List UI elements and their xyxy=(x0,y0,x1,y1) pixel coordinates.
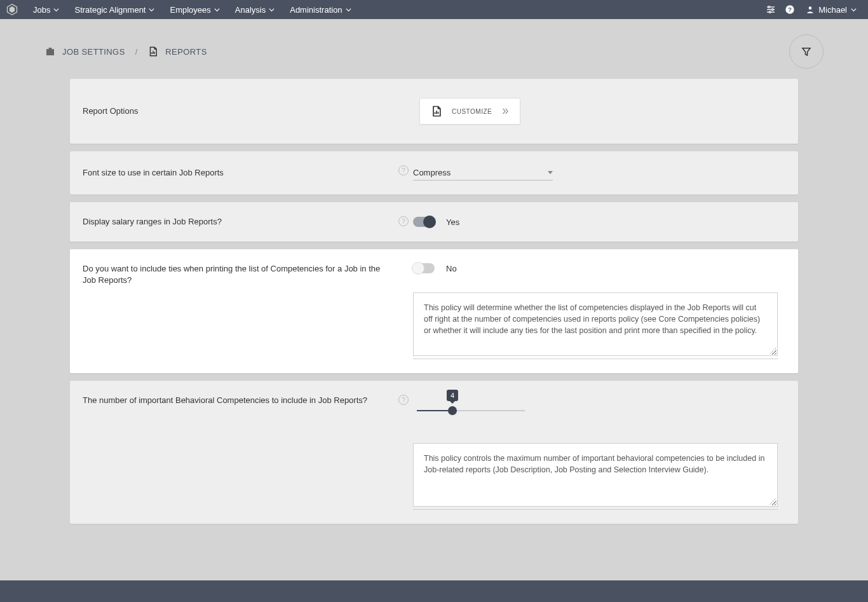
select-value: Compress xyxy=(413,168,451,177)
nav-administration[interactable]: Administration xyxy=(282,0,358,19)
svg-point-6 xyxy=(772,9,774,11)
slider-track xyxy=(417,410,525,411)
include-ties-toggle[interactable] xyxy=(413,263,435,273)
behavioral-count-description[interactable]: This policy controls the maximum number … xyxy=(413,443,778,507)
chevron-down-icon xyxy=(269,7,275,13)
card-behavioral-count: The number of important Behavioral Compe… xyxy=(70,381,798,524)
nav-label: Jobs xyxy=(33,5,50,15)
customize-label: CUSTOMIZE xyxy=(452,108,492,115)
user-icon xyxy=(806,5,815,14)
slider-value-bubble: 4 xyxy=(447,390,458,401)
svg-point-10 xyxy=(809,6,812,10)
app-logo xyxy=(5,3,19,17)
nav-strategic-alignment[interactable]: Strategic Alignment xyxy=(67,0,162,19)
card-report-options: Report Options CUSTOMIZE xyxy=(70,79,798,144)
breadcrumb-label: JOB SETTINGS xyxy=(62,47,125,57)
nav-jobs[interactable]: Jobs xyxy=(25,0,67,19)
svg-point-5 xyxy=(768,6,770,8)
breadcrumb-job-settings[interactable]: JOB SETTINGS xyxy=(44,46,125,57)
nav-label: Employees xyxy=(170,5,210,15)
nav-left: Jobs Strategic Alignment Employees Analy… xyxy=(25,0,359,19)
card-label: Do you want to include ties when printin… xyxy=(83,263,381,286)
svg-point-7 xyxy=(770,11,771,13)
briefcase-icon xyxy=(44,46,56,57)
report-icon xyxy=(430,105,443,118)
nav-analysis[interactable]: Analysis xyxy=(227,0,282,19)
chevron-down-icon xyxy=(149,7,154,13)
top-nav: Jobs Strategic Alignment Employees Analy… xyxy=(0,0,868,19)
chevron-down-icon xyxy=(851,7,857,13)
nav-employees[interactable]: Employees xyxy=(162,0,227,19)
include-ties-description[interactable]: This policy will determine whether the l… xyxy=(413,292,778,356)
toggle-value: Yes xyxy=(446,217,459,227)
help-tooltip-icon[interactable]: ? xyxy=(398,216,409,226)
svg-text:?: ? xyxy=(788,6,792,13)
card-label: Report Options xyxy=(83,106,138,117)
chevron-down-icon xyxy=(548,171,553,174)
nav-label: Analysis xyxy=(235,5,266,15)
font-size-select[interactable]: Compress xyxy=(413,165,553,181)
slider-fill xyxy=(417,410,452,411)
settings-sliders-icon[interactable] xyxy=(761,0,780,19)
help-icon[interactable]: ? xyxy=(780,0,799,19)
card-include-ties: Do you want to include ties when printin… xyxy=(70,249,798,373)
breadcrumb-label: REPORTS xyxy=(165,47,207,57)
report-icon xyxy=(147,46,159,57)
breadcrumb-reports[interactable]: REPORTS xyxy=(147,46,207,57)
underline xyxy=(413,359,778,359)
card-label: The number of important Behavioral Compe… xyxy=(83,395,367,406)
card-display-salary: Display salary ranges in Job Reports? ? … xyxy=(70,202,798,242)
card-font-size: Font size to use in certain Job Reports … xyxy=(70,151,798,195)
card-label: Font size to use in certain Job Reports xyxy=(83,167,224,179)
toggle-value: No xyxy=(446,264,457,273)
card-label: Display salary ranges in Job Reports? xyxy=(83,216,222,228)
footer-bar xyxy=(0,580,868,602)
chevron-down-icon xyxy=(346,7,351,13)
behavioral-count-slider[interactable]: 4 xyxy=(417,410,525,411)
help-tooltip-icon[interactable]: ? xyxy=(398,395,409,405)
user-name: Michael xyxy=(818,5,847,15)
nav-label: Administration xyxy=(290,5,342,15)
filter-icon xyxy=(801,46,812,57)
nav-right: ? Michael xyxy=(761,0,863,19)
breadcrumb-row: JOB SETTINGS / REPORTS xyxy=(0,19,868,79)
chevron-down-icon xyxy=(214,7,220,13)
chevron-double-right-icon xyxy=(501,107,510,116)
help-tooltip-icon[interactable]: ? xyxy=(398,165,409,175)
chevron-down-icon xyxy=(53,7,59,13)
user-menu[interactable]: Michael xyxy=(799,5,863,15)
underline xyxy=(413,509,778,510)
svg-marker-1 xyxy=(10,6,15,13)
display-salary-toggle[interactable] xyxy=(413,217,435,227)
filter-button[interactable] xyxy=(789,34,824,69)
customize-button[interactable]: CUSTOMIZE xyxy=(419,98,520,125)
slider-thumb[interactable] xyxy=(448,406,457,415)
page-scroll[interactable]: JOB SETTINGS / REPORTS Report Options xyxy=(0,19,868,580)
nav-label: Strategic Alignment xyxy=(74,5,146,15)
breadcrumb-separator: / xyxy=(135,47,138,57)
